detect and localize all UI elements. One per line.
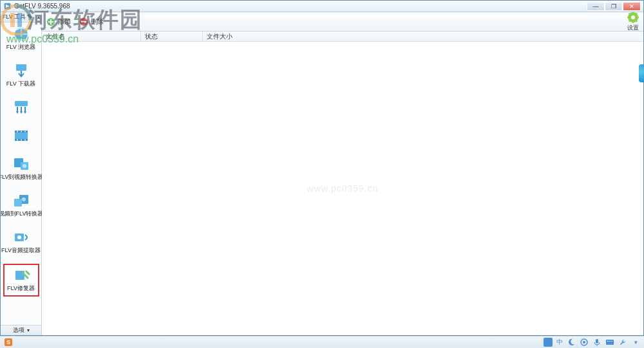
remove-button[interactable]: 删除 [79, 17, 104, 27]
file-list[interactable]: www.pc0359.cn [42, 42, 643, 335]
plus-icon [46, 17, 56, 27]
svg-point-25 [631, 15, 635, 19]
svg-rect-17 [14, 199, 22, 206]
remove-label: 删除 [91, 17, 104, 26]
list-header: 文件名 状态 文件大小 [42, 32, 643, 42]
svg-rect-35 [606, 340, 614, 345]
svg-rect-3 [15, 101, 28, 106]
close-button[interactable]: ✕ [623, 2, 641, 11]
sidebar-item-label: FLV 浏览器 [6, 43, 35, 51]
gear-icon [627, 12, 639, 24]
add-label: 添加 [58, 17, 71, 26]
svg-point-33 [583, 341, 585, 343]
sidebar-item-label: 视频到FLV转换器 [1, 210, 43, 218]
svg-point-7 [17, 131, 18, 133]
arrows-icon [12, 100, 30, 115]
svg-point-10 [17, 140, 18, 141]
svg-point-12 [24, 140, 26, 141]
column-filesize[interactable]: 文件大小 [203, 32, 643, 41]
window-title: GetFLV 9.3655.968 [14, 3, 587, 10]
downloader-icon [12, 63, 30, 78]
svg-point-9 [24, 131, 26, 133]
svg-point-18 [22, 197, 26, 201]
column-status[interactable]: 状态 [141, 32, 203, 41]
svg-rect-37 [609, 341, 611, 342]
svg-point-20 [17, 235, 21, 239]
audio-extract-icon [12, 230, 30, 245]
minus-icon [79, 17, 89, 27]
sidebar-item-flv-to-video[interactable]: FLV到视频转换器 [3, 154, 39, 184]
circle-icon[interactable] [580, 338, 589, 347]
mic-icon[interactable] [592, 338, 601, 347]
title-bar[interactable]: GetFLV 9.3655.968 — ❐ ✕ [1, 1, 643, 12]
ime-label[interactable]: 中 [556, 338, 563, 347]
sidebar-options-button[interactable]: 选项 ▾ [1, 325, 41, 335]
sidebar-items: FLV 浏览器 FLV 下载器 [1, 23, 41, 325]
sidebar-item-audio-extract[interactable]: FLV音频提取器 [3, 227, 39, 257]
right-edge-tab[interactable] [639, 64, 644, 82]
repair-icon [12, 268, 30, 283]
add-button[interactable]: 添加 [46, 17, 71, 27]
sidebar-item-label: FLV 下载器 [6, 80, 35, 88]
minimize-button[interactable]: — [587, 2, 605, 11]
taskbar: S 中 ▾ [0, 336, 644, 348]
flv-to-video-icon [12, 156, 30, 172]
sidebar-header[interactable]: FLV 工具 ▴ [1, 12, 41, 23]
sidebar-item-repair[interactable]: FLV修复器 [3, 264, 39, 297]
sidebar-item-film[interactable] [3, 125, 39, 147]
keyboard-icon[interactable] [605, 338, 614, 347]
body-area: FLV 工具 ▴ FLV 浏览器 FLV 下载器 [1, 12, 643, 335]
sidebar-item-downloader[interactable]: FLV 下载器 [3, 60, 39, 91]
column-filename[interactable]: 文件名 [42, 32, 141, 41]
svg-point-11 [21, 140, 22, 141]
sidebar-item-browser[interactable]: FLV 浏览器 [3, 24, 39, 54]
window-controls: — ❐ ✕ [587, 2, 641, 11]
svg-point-15 [23, 164, 26, 168]
svg-rect-34 [596, 339, 598, 343]
sidebar-item-label: FLV到视频转换器 [1, 173, 43, 181]
tray-app-icon[interactable]: S [4, 338, 13, 347]
svg-rect-2 [16, 64, 26, 71]
center-watermark: www.pc0359.cn [307, 183, 378, 194]
sidebar-item-video-to-flv[interactable]: 视频到FLV转换器 [3, 190, 39, 221]
chevron-down-tray-icon[interactable]: ▾ [631, 338, 640, 347]
svg-point-8 [21, 131, 22, 133]
svg-text:S: S [6, 339, 10, 345]
sidebar-item-label: FLV音频提取器 [1, 246, 41, 255]
collapse-icon[interactable]: ▴ [37, 14, 41, 20]
wrench-icon[interactable] [618, 338, 627, 347]
svg-rect-38 [611, 341, 612, 342]
maximize-button[interactable]: ❐ [605, 2, 623, 11]
ime-icon[interactable] [544, 338, 553, 347]
svg-rect-31 [544, 338, 553, 347]
film-icon [12, 128, 30, 143]
app-icon [3, 2, 12, 10]
moon-icon[interactable] [567, 338, 576, 347]
sidebar-item-label: FLV修复器 [7, 284, 35, 293]
chevron-down-icon: ▾ [27, 327, 30, 333]
video-to-flv-icon [12, 193, 30, 208]
svg-rect-36 [607, 341, 609, 342]
sidebar-footer-label: 选项 [13, 326, 24, 334]
sidebar-item-arrows[interactable] [3, 97, 39, 119]
toolbar: 添加 删除 设置 [42, 12, 643, 32]
browser-icon [12, 26, 30, 42]
sidebar-header-label: FLV 工具 [3, 13, 26, 21]
settings-button[interactable]: 设置 [627, 12, 639, 32]
main-panel: 添加 删除 设置 文件名 [42, 12, 643, 335]
app-window: GetFLV 9.3655.968 — ❐ ✕ FLV 工具 ▴ FLV 浏览器 [0, 0, 644, 336]
sidebar: FLV 工具 ▴ FLV 浏览器 FLV 下载器 [1, 12, 42, 335]
